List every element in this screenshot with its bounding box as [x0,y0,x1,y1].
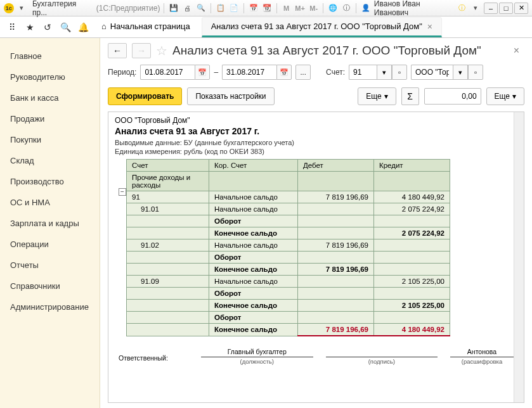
print-icon[interactable]: 🖨 [182,3,193,14]
m-minus-icon[interactable]: M- [308,3,320,14]
app-logo-icon: 1c [4,3,14,13]
date-from-input[interactable] [140,65,195,80]
chevron-down-icon: ▾ [512,92,516,101]
table-row[interactable]: Оборот [127,312,450,324]
date-to-picker-icon[interactable]: 📅 [276,65,292,80]
home-icon: ⌂ [101,22,107,31]
table-row[interactable]: 91Начальное сальдо7 819 196,694 180 449,… [127,191,450,203]
sidebar-item-sales[interactable]: Продажи [0,108,100,129]
user-icon: 👤 [360,3,372,14]
apps-icon[interactable]: ⠿ [5,20,19,34]
sidebar-item-reports[interactable]: Отчеты [0,255,100,276]
close-button[interactable]: ✕ [514,3,528,14]
sidebar-item-references[interactable]: Справочники [0,276,100,296]
tab-close-icon[interactable]: × [427,22,432,32]
table-row[interactable]: Конечное сальдо7 819 196,694 180 449,92 [127,324,450,336]
user-name: Иванов Иван Иванович [374,0,454,17]
table-row[interactable]: Конечное сальдо2 105 225,00 [127,300,450,312]
tree-collapse-icon[interactable]: − [119,188,126,196]
table-row[interactable]: Оборот [127,252,450,264]
copy-icon[interactable]: 📋 [215,3,226,14]
action-bar: Сформировать Показать настройки Еще ▾ Σ … [100,84,532,109]
account-dropdown-icon[interactable]: ▾ [377,65,392,80]
star-icon[interactable]: ☆ [156,43,167,58]
dash-label: – [214,68,218,77]
table-row[interactable]: Конечное сальдо2 075 224,92 [127,227,450,239]
col-account: Счет [127,160,209,172]
org-input[interactable] [411,65,453,80]
sidebar-item-bank[interactable]: Банк и касса [0,87,100,108]
show-settings-button[interactable]: Показать настройки [187,87,274,105]
col-corr: Кор. Счет [209,160,298,172]
calendar-icon[interactable]: 📅 [248,3,259,14]
table-row[interactable]: Оборот [127,288,450,300]
sidebar-item-admin[interactable]: Администрирование [0,296,100,317]
page-title: Анализ счета 91 за Август 2017 г. ООО "Т… [172,44,481,58]
m-icon[interactable]: M [281,3,292,14]
sidebar-item-purchases[interactable]: Покупки [0,129,100,150]
sig-chief: Главный бухгалтер [201,348,313,355]
tab-home-label: Начальная страница [110,22,190,31]
sum-button[interactable]: Σ [401,87,419,105]
page-close-icon[interactable]: × [509,45,524,56]
sidebar-item-warehouse[interactable]: Склад [0,150,100,171]
more-button-1[interactable]: Еще ▾ [358,87,396,105]
report-org: ООО "Торговый Дом" [115,116,517,125]
table-row[interactable]: Конечное сальдо7 819 196,69 [127,264,450,276]
preview-icon[interactable]: 🔍 [195,3,207,14]
period-label: Период: [108,68,136,77]
search-icon[interactable]: 🔍 [58,20,72,34]
info-icon[interactable]: ⓘ [341,3,353,14]
tab-bar: ⠿ ★ ↺ 🔍 🔔 ⌂ Начальная страница Анализ сч… [0,16,532,38]
help-dropdown-icon[interactable]: ▾ [470,3,482,14]
more-button-2[interactable]: Еще ▾ [486,87,524,105]
sig-decode: (расшифровка [450,357,514,365]
sidebar-item-main[interactable]: Главное [0,46,100,67]
forward-button[interactable]: → [132,43,151,58]
account-table: Счет Кор. Счет Дебет Кредит Прочие доход… [126,159,450,336]
platform-label: (1С:Предприятие) [96,4,160,13]
period-select-button[interactable]: ... [295,65,311,80]
globe-icon[interactable]: 🌐 [327,3,339,14]
tab-home[interactable]: ⌂ Начальная страница [94,18,198,37]
account-label: Счет: [326,68,345,77]
table-row[interactable]: 91.02Начальное сальдо7 819 196,69 [127,239,450,252]
paste-icon[interactable]: 📄 [228,3,240,14]
sidebar-item-payroll[interactable]: Зарплата и кадры [0,213,100,234]
calc-icon[interactable]: 📆 [261,3,273,14]
account-open-icon[interactable]: ▫ [392,65,407,80]
sidebar-item-assets[interactable]: ОС и НМА [0,192,100,213]
org-open-icon[interactable]: ▫ [468,65,483,80]
favorite-icon[interactable]: ★ [23,20,37,34]
table-row[interactable]: Прочие доходы и расходы [127,172,450,191]
tab-report[interactable]: Анализ счета 91 за Август 2017 г. ООО "Т… [202,17,442,37]
table-row[interactable]: 91.01Начальное сальдо2 075 224,92 [127,203,450,215]
sum-value: 0,00 [424,88,481,105]
report-meta-1: Выводимые данные: БУ (данные бухгалтерск… [115,139,517,146]
account-input[interactable] [349,65,377,80]
minimize-button[interactable]: – [484,3,498,14]
back-button[interactable]: ← [108,43,127,58]
col-debit: Дебет [298,160,374,172]
col-credit: Кредит [374,160,450,172]
date-from-picker-icon[interactable]: 📅 [195,65,210,80]
sig-sign: (подпись) [326,357,438,365]
notification-icon[interactable]: 🔔 [76,20,90,34]
maximize-button[interactable]: □ [499,3,513,14]
dropdown-icon[interactable]: ▾ [16,3,28,14]
sidebar-item-operations[interactable]: Операции [0,234,100,255]
sidebar-item-production[interactable]: Производство [0,171,100,192]
table-row[interactable]: Оборот [127,215,450,227]
sidebar-item-manager[interactable]: Руководителю [0,67,100,87]
org-dropdown-icon[interactable]: ▾ [453,65,468,80]
save-icon[interactable]: 💾 [168,3,179,14]
sig-responsible: Ответственный: [119,348,188,365]
generate-button[interactable]: Сформировать [108,87,182,105]
date-to-input[interactable] [222,65,276,80]
help-icon[interactable]: ⓘ [457,3,468,14]
page-header: ← → ☆ Анализ счета 91 за Август 2017 г. … [100,38,532,61]
report-title: Анализ счета 91 за Август 2017 г. [115,126,517,136]
history-icon[interactable]: ↺ [41,20,55,34]
m-plus-icon[interactable]: M+ [294,3,306,14]
table-row[interactable]: 91.09Начальное сальдо2 105 225,00 [127,276,450,288]
